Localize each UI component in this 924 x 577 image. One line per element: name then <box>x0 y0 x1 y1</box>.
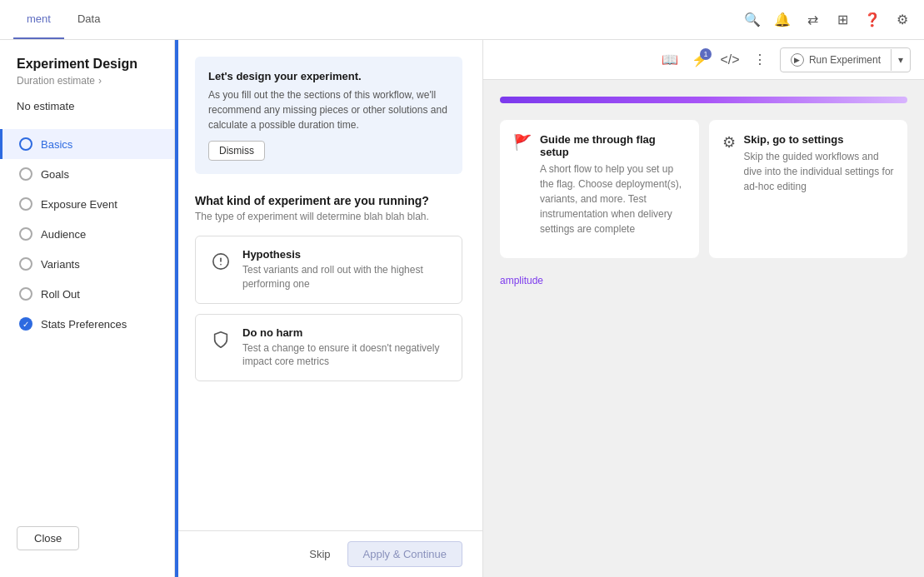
variants-circle-icon <box>19 257 32 271</box>
blue-accent-bar <box>175 40 178 577</box>
skip-button[interactable]: Skip <box>301 543 338 565</box>
sidebar-item-exposure-event[interactable]: Exposure Event <box>0 189 174 219</box>
option-card-hypothesis[interactable]: Hypothesis Test variants and roll out wi… <box>195 236 462 304</box>
sidebar-duration-label[interactable]: Duration estimate › <box>0 75 174 100</box>
do-no-harm-body: Do no harm Test a change to ensure it do… <box>242 326 448 370</box>
purple-progress-bar <box>500 97 907 103</box>
bell-icon[interactable]: 🔔 <box>774 12 791 28</box>
close-button[interactable]: Close <box>17 526 79 550</box>
grid-icon[interactable]: ⊞ <box>834 12 851 28</box>
center-panel-content: Let's design your experiment. As you fil… <box>175 40 482 530</box>
hypothesis-title: Hypothesis <box>242 248 448 261</box>
basics-circle-icon <box>19 137 32 151</box>
sidebar-item-roll-out[interactable]: Roll Out <box>0 279 174 309</box>
right-panel-top-bar: 📖 ⚡ 1 </> ⋮ ▶ Run Experiment ▾ <box>483 40 924 80</box>
goals-circle-icon <box>19 167 32 181</box>
apply-continue-button[interactable]: Apply & Continue <box>347 541 462 567</box>
lightning-icon[interactable]: ⚡ 1 <box>690 50 710 70</box>
skip-settings-card-header: ⚙ Skip, go to settings Skip the guided w… <box>722 133 895 194</box>
sidebar: Experiment Design Duration estimate › No… <box>0 40 175 577</box>
tab-data[interactable]: Data <box>64 0 113 39</box>
skip-settings-card-body: Skip, go to settings Skip the guided wor… <box>744 133 895 194</box>
top-nav: ment Data 🔍 🔔 ⇄ ⊞ ❓ ⚙ <box>0 0 924 40</box>
gear-icon[interactable]: ⚙ <box>894 12 911 28</box>
sidebar-item-audience[interactable]: Audience <box>0 219 174 249</box>
layers-icon[interactable]: ⇄ <box>804 12 821 28</box>
section-title: What kind of experiment are you running? <box>195 194 462 207</box>
question-icon[interactable]: ❓ <box>864 12 881 28</box>
sidebar-item-variants[interactable]: Variants <box>0 249 174 279</box>
dismiss-button[interactable]: Dismiss <box>208 141 265 161</box>
skip-settings-title: Skip, go to settings <box>744 133 895 146</box>
sidebar-footer: Close <box>0 513 174 564</box>
guide-flag-card-body: Guide me through flag setup A short flow… <box>540 133 686 236</box>
search-icon[interactable]: 🔍 <box>744 12 761 28</box>
info-box-title: Let's design your experiment. <box>208 70 449 82</box>
run-experiment-button[interactable]: ▶ Run Experiment ▾ <box>780 47 911 72</box>
run-experiment-arrow[interactable]: ▾ <box>891 49 910 71</box>
amplitude-link[interactable]: amplitude <box>500 275 907 286</box>
info-box: Let's design your experiment. As you fil… <box>195 57 462 174</box>
code-icon[interactable]: </> <box>720 50 740 70</box>
hypothesis-body: Hypothesis Test variants and roll out wi… <box>242 248 448 291</box>
right-panel-content: 🚩 Guide me through flag setup A short fl… <box>483 80 924 577</box>
skip-settings-desc: Skip the guided workflows and dive into … <box>744 149 895 194</box>
lightning-badge: 1 <box>700 48 712 60</box>
run-experiment-main[interactable]: ▶ Run Experiment <box>781 48 891 72</box>
info-box-text: As you fill out the the sections of this… <box>208 87 449 132</box>
do-no-harm-desc: Test a change to ensure it doesn't negat… <box>242 341 448 370</box>
rollout-circle-icon <box>19 287 32 301</box>
stats-check-icon <box>19 317 32 331</box>
audience-circle-icon <box>19 227 32 241</box>
main-layout: Experiment Design Duration estimate › No… <box>0 40 924 577</box>
sidebar-item-basics[interactable]: Basics <box>0 129 174 159</box>
right-panel: 📖 ⚡ 1 </> ⋮ ▶ Run Experiment ▾ 🚩 <box>483 40 924 577</box>
sidebar-item-stats-preferences[interactable]: Stats Preferences <box>0 309 174 339</box>
nav-tabs: ment Data <box>13 0 113 39</box>
sidebar-item-goals[interactable]: Goals <box>0 159 174 189</box>
skip-settings-card[interactable]: ⚙ Skip, go to settings Skip the guided w… <box>709 120 908 258</box>
flag-icon: 🚩 <box>513 133 532 152</box>
exposure-circle-icon <box>19 197 32 211</box>
section-subtitle: The type of experiment will determine bl… <box>195 211 462 222</box>
guide-cards-row: 🚩 Guide me through flag setup A short fl… <box>500 120 907 258</box>
option-card-do-no-harm[interactable]: Do no harm Test a change to ensure it do… <box>195 314 462 382</box>
do-no-harm-icon <box>209 328 232 351</box>
sidebar-no-estimate: No estimate <box>0 100 174 129</box>
tab-experiment[interactable]: ment <box>13 0 64 39</box>
hypothesis-icon <box>209 250 232 273</box>
center-panel: Let's design your experiment. As you fil… <box>175 40 483 577</box>
more-icon[interactable]: ⋮ <box>750 50 770 70</box>
guide-flag-card[interactable]: 🚩 Guide me through flag setup A short fl… <box>500 120 699 258</box>
sidebar-title: Experiment Design <box>0 57 174 75</box>
guide-flag-title: Guide me through flag setup <box>540 133 686 158</box>
play-icon: ▶ <box>791 53 804 67</box>
hypothesis-desc: Test variants and roll out with the high… <box>242 263 448 291</box>
do-no-harm-title: Do no harm <box>242 326 448 339</box>
book-icon[interactable]: 📖 <box>660 50 680 70</box>
guide-flag-card-header: 🚩 Guide me through flag setup A short fl… <box>513 133 686 236</box>
bottom-bar: Skip Apply & Continue <box>175 530 482 577</box>
guide-flag-desc: A short flow to help you set up the flag… <box>540 162 686 236</box>
settings-icon: ⚙ <box>722 133 736 152</box>
